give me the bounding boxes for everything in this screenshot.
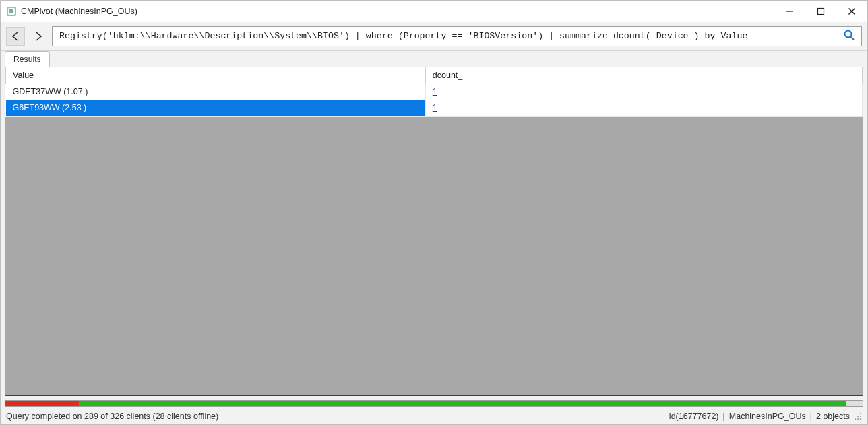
maximize-button[interactable] — [805, 1, 836, 22]
resize-grip-icon[interactable] — [854, 412, 862, 420]
query-box — [52, 26, 862, 46]
results-grid: Value dcount_ GDET37WW (1.07 )1G6ET93WW … — [5, 67, 863, 396]
window-controls — [774, 1, 867, 22]
svg-point-11 — [860, 416, 861, 417]
cell-dcount: 1 — [425, 100, 862, 116]
cell-dcount: 1 — [425, 84, 862, 100]
column-header-value[interactable]: Value — [6, 67, 426, 84]
window: CMPivot (MachinesInPG_OUs) — [0, 0, 868, 425]
cell-value: G6ET93WW (2.53 ) — [6, 100, 426, 116]
tabs-row: Results — [1, 51, 867, 67]
svg-point-9 — [860, 413, 861, 414]
minimize-button[interactable] — [774, 1, 805, 22]
app-icon — [6, 6, 17, 17]
svg-rect-2 — [9, 9, 13, 13]
run-query-button[interactable] — [840, 27, 859, 46]
svg-point-14 — [860, 418, 861, 420]
dcount-link[interactable]: 1 — [433, 87, 437, 96]
svg-point-13 — [857, 418, 859, 420]
window-title: CMPivot (MachinesInPG_OUs) — [21, 7, 774, 16]
svg-line-8 — [851, 36, 855, 40]
main-area: Value dcount_ GDET37WW (1.07 )1G6ET93WW … — [1, 67, 867, 400]
search-icon — [843, 29, 855, 44]
svg-line-5 — [849, 8, 855, 14]
svg-line-6 — [849, 8, 855, 14]
svg-point-7 — [845, 30, 852, 37]
svg-point-10 — [857, 416, 859, 417]
status-right: id(16777672) | MachinesInPG_OUs | 2 obje… — [669, 412, 862, 421]
titlebar: CMPivot (MachinesInPG_OUs) — [1, 1, 867, 22]
toolbar — [1, 22, 867, 51]
column-header-dcount[interactable]: dcount_ — [425, 67, 862, 84]
results-table: Value dcount_ GDET37WW (1.07 )1G6ET93WW … — [5, 67, 863, 117]
back-button[interactable] — [6, 27, 25, 46]
status-collection: MachinesInPG_OUs — [729, 412, 806, 421]
progress-remaining-segment — [846, 401, 863, 406]
svg-point-12 — [855, 418, 856, 420]
progress-offline-segment — [5, 401, 79, 406]
table-row[interactable]: G6ET93WW (2.53 )1 — [6, 100, 863, 116]
progress-row — [1, 400, 867, 407]
query-input[interactable] — [58, 30, 840, 42]
status-object-count: 2 objects — [816, 412, 850, 421]
status-id: id(16777672) — [669, 412, 719, 421]
table-row[interactable]: GDET37WW (1.07 )1 — [6, 84, 863, 100]
progress-success-segment — [79, 401, 846, 406]
statusbar: Query completed on 289 of 326 clients (2… — [1, 407, 867, 424]
grid-empty-area — [5, 117, 863, 396]
close-button[interactable] — [836, 1, 867, 22]
tab-results[interactable]: Results — [5, 51, 50, 67]
progress-bar — [5, 400, 863, 407]
cell-value: GDET37WW (1.07 ) — [6, 84, 426, 100]
status-message: Query completed on 289 of 326 clients (2… — [6, 412, 669, 421]
forward-button[interactable] — [29, 27, 48, 46]
svg-rect-4 — [818, 8, 824, 14]
dcount-link[interactable]: 1 — [433, 103, 437, 112]
